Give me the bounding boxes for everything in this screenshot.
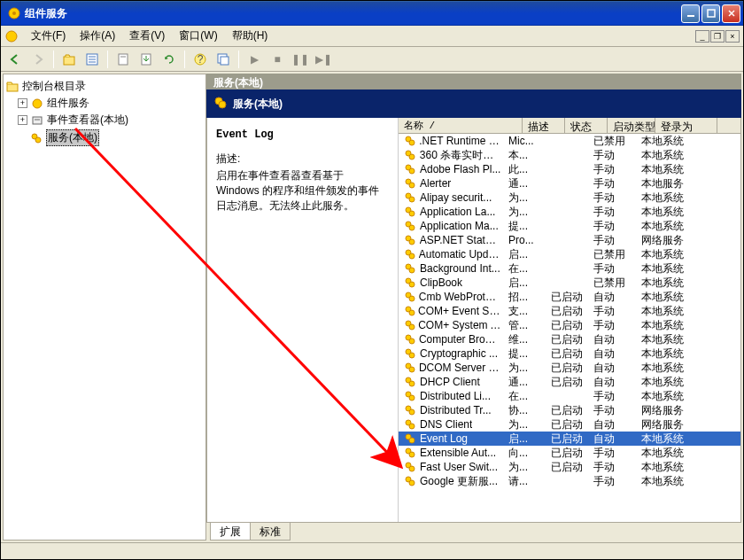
service-row[interactable]: Computer Browser维...已启动自动本地系统 — [399, 332, 740, 346]
service-logon: 本地系统 — [638, 446, 700, 461]
properties-button[interactable] — [112, 50, 134, 69]
restart-button: ▶❚ — [313, 50, 334, 69]
up-button[interactable] — [58, 50, 80, 69]
service-row[interactable]: Cryptographic ...提...已启动自动本地系统 — [399, 346, 740, 361]
tab-extended[interactable]: 扩展 — [210, 523, 251, 541]
menu-help[interactable]: 帮助(H) — [225, 27, 275, 45]
svg-point-68 — [409, 424, 415, 429]
service-logon: 本地系统 — [638, 290, 700, 305]
service-row[interactable]: ClipBook启...已禁用本地系统 — [399, 276, 740, 290]
service-name: DHCP Client — [420, 376, 480, 388]
mdi-close[interactable]: × — [725, 30, 740, 43]
service-logon: 本地系统 — [638, 432, 700, 447]
tree-root[interactable]: 控制台根目录 — [5, 78, 204, 95]
minimize-button[interactable] — [681, 4, 700, 23]
gear-icon — [404, 418, 418, 431]
service-row[interactable]: Application Ma...提...手动本地系统 — [399, 219, 740, 233]
svg-point-44 — [409, 253, 415, 259]
svg-point-6 — [6, 31, 17, 42]
gear-icon — [404, 347, 418, 360]
service-row[interactable]: Alerter通...手动本地服务 — [399, 176, 740, 191]
svg-point-26 — [219, 101, 226, 108]
svg-rect-3 — [708, 10, 715, 17]
menu-action[interactable]: 操作(A) — [73, 27, 122, 45]
svg-point-34 — [409, 183, 415, 188]
service-logon: 本地系统 — [638, 389, 700, 404]
col-status[interactable]: 状态 — [565, 118, 608, 133]
services-list[interactable]: 名称 / 描述 状态 启动类型 登录为 .NET Runtime O...Mic… — [399, 118, 740, 522]
menu-file[interactable]: 文件(F) — [24, 27, 73, 45]
svg-point-48 — [409, 282, 415, 287]
service-row[interactable]: Alipay securit...为...手动本地系统 — [399, 191, 740, 205]
tree-item-event-viewer[interactable]: + 事件查看器(本地) — [5, 112, 204, 128]
service-row[interactable]: 360 杀毒实时防...本...手动本地系统 — [399, 148, 740, 162]
col-logon[interactable]: 登录为 — [655, 118, 717, 133]
menu-window[interactable]: 窗口(W) — [172, 27, 224, 45]
tab-standard[interactable]: 标准 — [250, 523, 291, 541]
service-startup: 手动 — [590, 403, 638, 418]
service-row[interactable]: Extensible Aut...向...已启动手动本地系统 — [399, 446, 740, 460]
col-startup[interactable]: 启动类型 — [608, 118, 655, 133]
new-window-button[interactable] — [213, 50, 234, 69]
service-row[interactable]: Event Log启...已启动自动本地系统 — [399, 432, 740, 446]
col-name[interactable]: 名称 / — [399, 118, 523, 133]
service-logon: 网络服务 — [638, 233, 700, 248]
mdi-minimize[interactable]: _ — [695, 30, 709, 43]
view-list-button[interactable] — [81, 50, 103, 69]
service-row[interactable]: Distributed Li...在...手动本地系统 — [399, 389, 740, 403]
close-button[interactable] — [722, 4, 740, 23]
tree-view[interactable]: 控制台根目录 + 组件服务 + 事件查看器(本地) 服务(本地) — [3, 74, 206, 541]
service-row[interactable]: Distributed Tr...协...已启动手动网络服务 — [399, 403, 740, 417]
service-status: 已启动 — [547, 460, 590, 475]
service-name: Extensible Aut... — [420, 447, 496, 459]
col-desc[interactable]: 描述 — [523, 118, 565, 133]
service-logon: 本地系统 — [638, 162, 700, 177]
tree-item-services[interactable]: 服务(本地) — [5, 128, 204, 147]
component-icon — [30, 97, 44, 111]
service-row[interactable]: DNS Client为...已启动自动网络服务 — [399, 417, 740, 432]
mdi-restore[interactable]: ❐ — [710, 30, 725, 43]
window-titlebar: 组件服务 — [1, 1, 743, 26]
svg-rect-12 — [119, 54, 128, 65]
service-status: 已启动 — [547, 346, 590, 362]
expand-icon[interactable]: + — [18, 115, 27, 125]
service-startup: 自动 — [590, 375, 638, 390]
service-row[interactable]: COM+ System Ap...管...已启动手动本地系统 — [399, 318, 740, 332]
export-button[interactable] — [136, 50, 157, 69]
svg-point-62 — [409, 381, 415, 386]
service-desc: Mic... — [505, 135, 547, 147]
stop-button: ■ — [267, 50, 288, 69]
service-row[interactable]: Background Int...在...手动本地系统 — [399, 261, 740, 276]
service-name: Application La... — [420, 206, 495, 218]
service-row[interactable]: COM+ Event System支...已启动手动本地系统 — [399, 304, 740, 318]
service-row[interactable]: Application La...为...手动本地系统 — [399, 205, 740, 219]
svg-point-60 — [409, 367, 415, 372]
svg-point-36 — [409, 197, 415, 202]
service-row[interactable]: DHCP Client通...已启动自动本地系统 — [399, 375, 740, 389]
maximize-button[interactable] — [701, 4, 720, 23]
back-button[interactable] — [4, 50, 26, 69]
service-name: Distributed Li... — [420, 390, 491, 402]
service-logon: 本地系统 — [638, 191, 700, 206]
service-row[interactable]: .NET Runtime O...Mic...已禁用本地系统 — [399, 134, 740, 148]
service-row[interactable]: DCOM Server Pr...为...已启动自动本地系统 — [399, 361, 740, 375]
gear-icon — [404, 404, 418, 416]
menu-view[interactable]: 查看(V) — [122, 27, 172, 45]
service-desc: 通... — [505, 375, 547, 390]
service-row[interactable]: Google 更新服...请...手动本地系统 — [399, 474, 740, 488]
expand-icon[interactable]: + — [18, 98, 27, 108]
tree-item-component-services[interactable]: + 组件服务 — [5, 95, 204, 112]
help-button[interactable]: ? — [190, 50, 211, 69]
service-row[interactable]: ASP.NET State ...Pro...手动网络服务 — [399, 233, 740, 247]
service-row[interactable]: Adobe Flash Pl...此...手动本地系统 — [399, 162, 740, 176]
service-desc: 此... — [505, 162, 547, 177]
refresh-button[interactable] — [159, 50, 180, 69]
service-desc: 在... — [505, 389, 547, 404]
service-startup: 已禁用 — [590, 134, 638, 149]
service-row[interactable]: Fast User Swit...为...已启动手动本地系统 — [399, 460, 740, 474]
services-icon — [213, 96, 228, 113]
svg-point-66 — [409, 409, 415, 415]
service-row[interactable]: Cmb WebProtect...招...已启动自动本地系统 — [399, 290, 740, 304]
service-row[interactable]: Automatic Updates启...已禁用本地系统 — [399, 247, 740, 261]
menu-bar: 文件(F) 操作(A) 查看(V) 窗口(W) 帮助(H) _ ❐ × — [1, 26, 743, 47]
